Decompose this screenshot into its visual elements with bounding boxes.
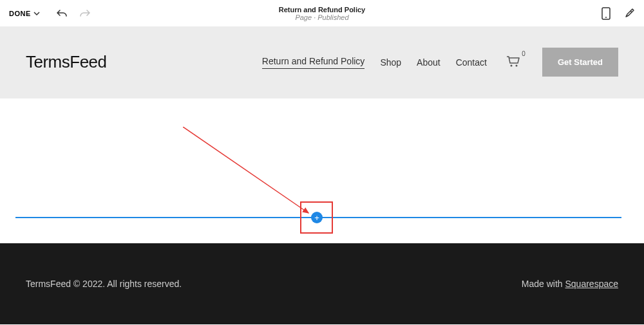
canvas[interactable]: TermsFeed Return and Refund Policy Shop … [0, 27, 644, 325]
top-bar-right [601, 7, 635, 20]
footer-copyright: TermsFeed © 2022. All rights reserved. [26, 279, 182, 289]
styles-button[interactable] [623, 8, 635, 19]
page-subtitle: Page · Published [279, 14, 365, 21]
add-section-button[interactable]: + [311, 212, 323, 223]
mobile-icon [601, 7, 611, 20]
top-bar-center: Return and Refund Policy Page · Publishe… [279, 6, 365, 21]
cart-count: 0 [522, 50, 526, 57]
annotation-arrow [183, 127, 318, 223]
site-header: TermsFeed Return and Refund Policy Shop … [0, 27, 644, 98]
nav-link-return-policy[interactable]: Return and Refund Policy [262, 56, 365, 69]
undo-icon [57, 9, 67, 18]
redo-button[interactable] [80, 9, 90, 18]
undo-button[interactable] [57, 9, 67, 18]
plus-icon: + [314, 214, 319, 222]
nav-link-shop[interactable]: Shop [380, 57, 401, 68]
cart-icon [506, 55, 520, 67]
get-started-button[interactable]: Get Started [542, 48, 618, 77]
paintbrush-icon [623, 8, 635, 19]
site-footer: TermsFeed © 2022. All rights reserved. M… [0, 243, 644, 324]
svg-point-2 [510, 64, 512, 66]
redo-icon [80, 9, 90, 18]
footer-made-prefix: Made with [522, 279, 565, 289]
chevron-down-icon [33, 10, 40, 17]
svg-line-4 [183, 127, 308, 213]
site-nav: Return and Refund Policy Shop About Cont… [262, 48, 618, 77]
nav-link-about[interactable]: About [417, 57, 440, 68]
site-logo[interactable]: TermsFeed [26, 52, 107, 72]
done-label: DONE [9, 10, 31, 17]
footer-madewith: Made with Squarespace [522, 279, 618, 289]
svg-point-1 [605, 17, 607, 18]
nav-link-contact[interactable]: Contact [456, 57, 487, 68]
top-bar-left: DONE [9, 9, 90, 18]
done-button[interactable]: DONE [9, 10, 40, 17]
page-title: Return and Refund Policy [279, 6, 365, 14]
history-controls [57, 9, 90, 18]
mobile-preview-button[interactable] [601, 7, 611, 20]
editor-top-bar: DONE Return and Refund Policy Page · Pub… [0, 0, 644, 27]
svg-point-3 [515, 64, 517, 66]
footer-squarespace-link[interactable]: Squarespace [565, 279, 618, 289]
page-content-area[interactable]: + [0, 98, 644, 243]
cart-button[interactable]: 0 [506, 55, 520, 70]
